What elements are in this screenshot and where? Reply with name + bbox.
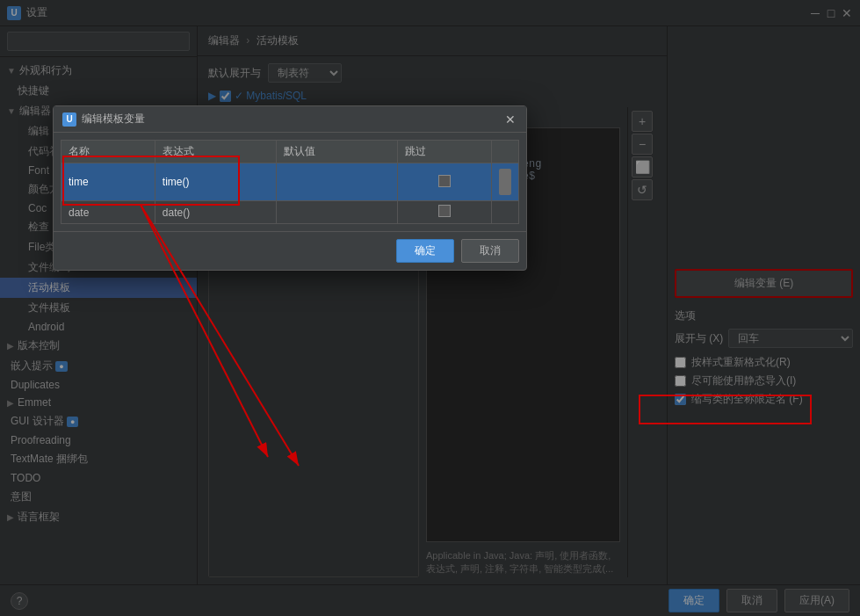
modal-cancel-button[interactable]: 取消 (461, 239, 519, 263)
cell-expr-time: time() (155, 163, 276, 201)
cell-default-date (276, 201, 397, 224)
modal-body: 名称 表达式 默认值 跳过 time time() (54, 133, 526, 231)
skip-checkbox-date[interactable] (438, 205, 451, 217)
modal-overlay: U 编辑模板变量 ✕ 名称 表达式 默认值 跳过 time (0, 0, 860, 616)
cell-name-time: time (61, 163, 155, 201)
variables-table: 名称 表达式 默认值 跳过 time time() (61, 140, 519, 224)
modal-icon: U (62, 112, 76, 127)
scroll-thumb[interactable] (499, 169, 511, 195)
col-default: 默认值 (276, 141, 397, 163)
modal-title-bar: U 编辑模板变量 ✕ (54, 106, 526, 133)
skip-checkbox-time[interactable] (438, 175, 451, 187)
cell-skip-date (398, 201, 492, 224)
cell-default-time (276, 163, 397, 201)
cell-name-date: date (61, 201, 155, 224)
modal-confirm-button[interactable]: 确定 (396, 239, 454, 263)
scroll-cell-2 (492, 201, 519, 224)
modal-close-button[interactable]: ✕ (503, 112, 517, 127)
modal-footer: 确定 取消 (54, 231, 526, 270)
table-row[interactable]: date date() (61, 201, 519, 224)
table-row[interactable]: time time() (61, 163, 519, 201)
col-name: 名称 (61, 141, 155, 163)
edit-variables-modal: U 编辑模板变量 ✕ 名称 表达式 默认值 跳过 time (53, 105, 527, 271)
cell-expr-date: date() (155, 201, 276, 224)
scroll-header (492, 141, 519, 163)
scroll-cell-1 (492, 163, 519, 201)
modal-title: 编辑模板变量 (82, 112, 498, 127)
col-expression: 表达式 (155, 141, 276, 163)
cell-skip-time (398, 163, 492, 201)
col-skip: 跳过 (398, 141, 492, 163)
